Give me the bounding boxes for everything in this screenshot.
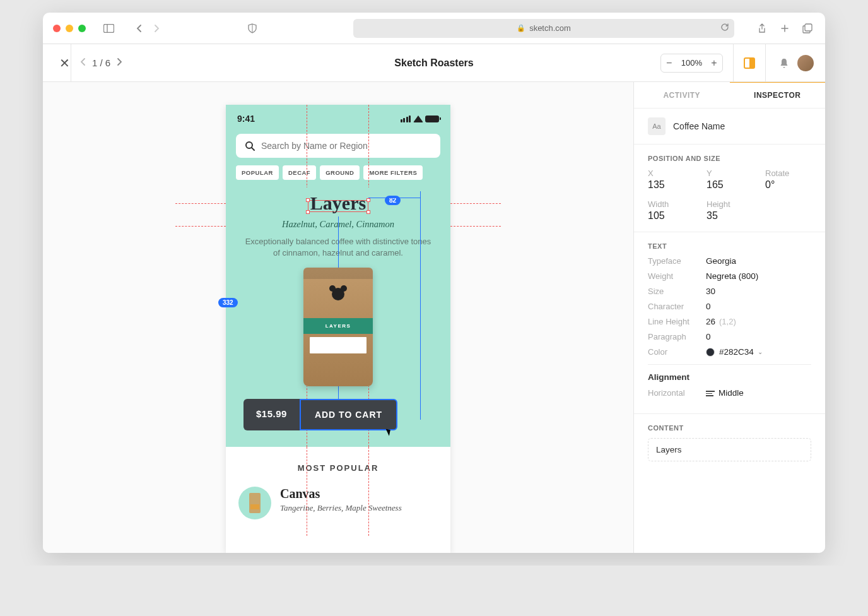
browser-chrome: 🔒 sketch.com (43, 13, 825, 44)
character-value[interactable]: 0 (706, 302, 711, 311)
horizontal-label: Horizontal (648, 388, 706, 398)
popular-item-name: Canvas (280, 487, 402, 501)
layer-header: Aa Coffee Name (634, 109, 825, 145)
horizontal-value[interactable]: Middle (706, 388, 744, 398)
height-label: Height (707, 199, 753, 209)
content-section: CONTENT Layers (634, 414, 825, 471)
selected-text-layer[interactable]: Layers 82 (308, 200, 368, 212)
weight-label: Weight (648, 271, 706, 281)
back-button[interactable] (131, 21, 146, 36)
alignment-heading: Alignment (648, 372, 811, 382)
guide-line (450, 203, 501, 204)
bag-info-label (310, 337, 367, 353)
zoom-in-button[interactable]: + (706, 54, 722, 73)
close-document-button[interactable]: ✕ (58, 57, 71, 69)
next-page-button[interactable] (117, 57, 122, 68)
shield-icon[interactable] (245, 21, 260, 36)
search-input[interactable] (261, 141, 431, 151)
reload-icon[interactable] (720, 23, 729, 33)
y-value[interactable]: 165 (707, 179, 753, 191)
guide-line (175, 226, 226, 227)
zoom-value: 100% (677, 58, 706, 68)
chevron-down-icon[interactable]: ⌄ (758, 348, 763, 355)
typeface-value[interactable]: Georgia (706, 256, 736, 266)
popular-item-image (238, 487, 271, 519)
color-swatch-icon (706, 348, 715, 357)
svg-rect-0 (103, 24, 114, 32)
divider (733, 44, 734, 82)
color-value[interactable]: #282C34⌄ (706, 347, 763, 357)
price-label: $15.99 (243, 399, 300, 430)
typeface-label: Typeface (648, 256, 706, 266)
prev-page-button[interactable] (80, 57, 86, 68)
filter-more[interactable]: MORE FILTERS (363, 165, 423, 180)
filter-popular[interactable]: POPULAR (236, 165, 279, 180)
rotate-label: Rotate (765, 169, 811, 178)
zoom-out-button[interactable]: − (661, 54, 677, 73)
popular-item[interactable]: Canvas Tangerine, Berries, Maple Sweetne… (238, 487, 438, 519)
popular-item-subtitle: Tangerine, Berries, Maple Sweetness (280, 503, 402, 513)
lineheight-label: Line Height (648, 317, 706, 326)
size-label: Size (648, 287, 706, 296)
size-value[interactable]: 30 (706, 287, 715, 296)
traffic-lights (53, 25, 86, 32)
align-center-icon (706, 389, 715, 398)
filter-row: POPULAR DECAF GROUND MORE FILTERS (226, 162, 450, 187)
x-label: X (648, 169, 694, 178)
user-avatar[interactable] (797, 55, 814, 71)
share-icon[interactable] (754, 21, 770, 36)
battery-icon (425, 116, 439, 122)
project-title: Sketch Roasters (394, 57, 473, 69)
guide-line (175, 203, 226, 204)
url-text: sketch.com (529, 23, 571, 33)
canvas-area[interactable]: 9:41 POPULAR DECAF GROU (43, 82, 633, 553)
paragraph-value[interactable]: 0 (706, 332, 711, 341)
url-bar[interactable]: 🔒 sketch.com (353, 19, 734, 38)
selection-handle[interactable] (367, 198, 370, 202)
text-section: TEXT TypefaceGeorgia WeightNegreta (800)… (634, 232, 825, 414)
search-bar[interactable] (236, 134, 440, 158)
inspector-tabs: ACTIVITY INSPECTOR (634, 82, 825, 109)
bag-logo-icon (332, 288, 344, 300)
height-value[interactable]: 35 (707, 210, 753, 222)
rotate-value[interactable]: 0° (765, 179, 811, 191)
inspector-toggle-icon[interactable] (744, 57, 755, 69)
filter-decaf[interactable]: DECAF (283, 165, 316, 180)
product-image: LAYERS 332 (241, 268, 435, 386)
section-title: CONTENT (648, 424, 811, 432)
browser-right-icons (754, 21, 815, 36)
close-window-button[interactable] (53, 25, 61, 32)
new-tab-icon[interactable] (777, 21, 792, 36)
minimize-window-button[interactable] (66, 25, 73, 32)
page-navigator: 1 / 6 (71, 57, 131, 68)
content-value[interactable]: Layers (648, 438, 811, 461)
selection-handle[interactable] (367, 210, 370, 214)
selection-handle[interactable] (306, 210, 310, 214)
tab-inspector[interactable]: INSPECTOR (730, 82, 826, 108)
filter-ground[interactable]: GROUND (320, 165, 360, 180)
sidebar-toggle-icon[interactable] (101, 21, 116, 36)
artboard[interactable]: 9:41 POPULAR DECAF GROU (226, 105, 450, 553)
section-title: TEXT (648, 242, 811, 250)
tab-activity[interactable]: ACTIVITY (634, 82, 730, 108)
notifications-icon[interactable] (776, 55, 792, 71)
paragraph-label: Paragraph (648, 332, 706, 341)
cursor-icon (387, 428, 395, 438)
browser-window: 🔒 sketch.com ✕ 1 / 6 Sketch Roasters − 1… (43, 13, 825, 553)
app-toolbar: ✕ 1 / 6 Sketch Roasters − 100% + (43, 44, 825, 82)
selection-handle[interactable] (306, 198, 310, 202)
tabs-icon[interactable] (800, 21, 815, 36)
zoom-control: − 100% + (660, 54, 723, 73)
x-value[interactable]: 135 (648, 179, 694, 191)
forward-button[interactable] (149, 21, 164, 36)
product-title: Layers (310, 192, 366, 214)
coffee-bag: LAYERS (303, 268, 373, 386)
add-to-cart-button[interactable]: ADD TO CART (300, 399, 397, 430)
lock-icon: 🔒 (517, 24, 525, 32)
weight-value[interactable]: Negreta (800) (706, 271, 758, 281)
layer-name: Coffee Name (673, 121, 725, 131)
signal-icon (401, 116, 411, 122)
width-value[interactable]: 105 (648, 210, 694, 222)
maximize-window-button[interactable] (78, 25, 86, 32)
lineheight-value[interactable]: 26(1,2) (706, 317, 736, 326)
